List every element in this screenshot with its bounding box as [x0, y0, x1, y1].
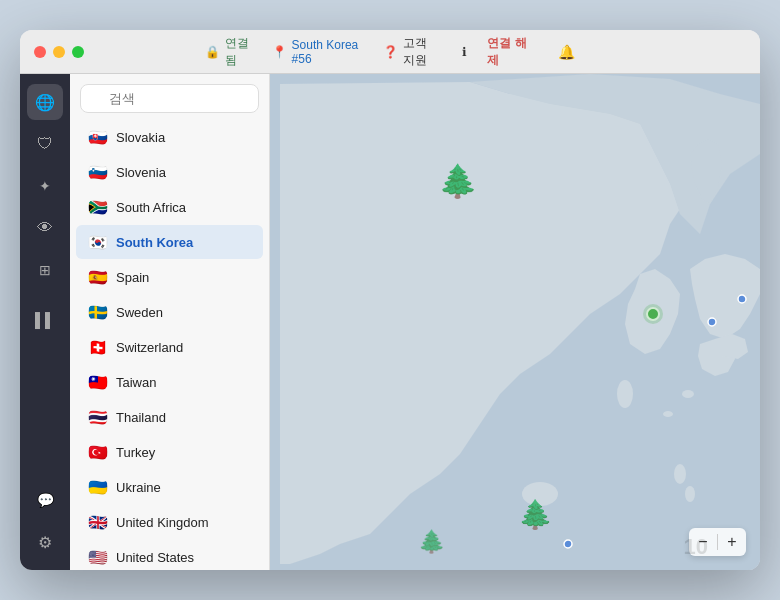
main-content: 🌐 🛡 ✦ 👁 ⊞ ▌▌ 💬 ⚙ — [20, 74, 760, 570]
country-name-ukraine: Ukraine — [116, 480, 161, 495]
svg-point-2 — [663, 411, 673, 417]
flag-united-kingdom: 🇬🇧 — [88, 512, 108, 532]
svg-point-12 — [708, 318, 716, 326]
country-name-slovakia: Slovakia — [116, 130, 165, 145]
sidebar-item-layers[interactable]: ⊞ — [27, 252, 63, 288]
support-icon: ❓ — [383, 45, 398, 59]
country-list: 🔍 🇸🇰 Slovakia 🇸🇮 Slovenia 🇿🇦 South Afric… — [70, 74, 270, 570]
search-input[interactable] — [80, 84, 259, 113]
country-spain[interactable]: 🇪🇸 Spain — [76, 260, 263, 294]
support-link[interactable]: ❓ 고객 지원 — [383, 35, 442, 69]
country-name-south-korea: South Korea — [116, 235, 193, 250]
gear-icon: ⚙ — [38, 533, 52, 552]
eye-icon: 👁 — [37, 219, 53, 237]
flag-turkey: 🇹🇷 — [88, 442, 108, 462]
country-name-sweden: Sweden — [116, 305, 163, 320]
svg-point-13 — [738, 295, 746, 303]
zoom-in-button[interactable]: + — [718, 528, 746, 556]
country-south-korea[interactable]: 🇰🇷 South Korea — [76, 225, 263, 259]
flag-south-africa: 🇿🇦 — [88, 197, 108, 217]
country-turkey[interactable]: 🇹🇷 Turkey — [76, 435, 263, 469]
server-location-icon: 📍 — [272, 45, 287, 59]
chart-icon: ▌▌ — [35, 312, 55, 328]
support-label: 고객 지원 — [403, 35, 442, 69]
country-slovakia[interactable]: 🇸🇰 Slovakia — [76, 120, 263, 154]
country-south-africa[interactable]: 🇿🇦 South Africa — [76, 190, 263, 224]
svg-point-11 — [643, 304, 663, 324]
connection-status: 🔒 연결됨 — [205, 35, 252, 69]
map-svg: 🌲 🌲 🌲 — [270, 74, 760, 570]
traffic-lights — [34, 46, 84, 58]
svg-point-1 — [682, 390, 694, 398]
icon-sidebar: 🌐 🛡 ✦ 👁 ⊞ ▌▌ 💬 ⚙ — [20, 74, 70, 570]
sidebar-item-chat[interactable]: 💬 — [27, 482, 63, 518]
layers-icon: ⊞ — [39, 262, 51, 278]
connected-label: 연결됨 — [225, 35, 252, 69]
notification-bell[interactable]: 🔔 — [558, 44, 575, 60]
search-wrap: 🔍 — [80, 84, 259, 113]
country-name-thailand: Thailand — [116, 410, 166, 425]
sidebar-item-settings[interactable]: ⚙ — [27, 524, 63, 560]
maximize-button[interactable] — [72, 46, 84, 58]
globe-icon: 🌐 — [35, 93, 55, 112]
minimize-button[interactable] — [53, 46, 65, 58]
lock-icon: 🔒 — [205, 45, 220, 59]
sidebar-item-eye[interactable]: 👁 — [27, 210, 63, 246]
flag-slovakia: 🇸🇰 — [88, 127, 108, 147]
app-window: 🔒 연결됨 📍 South Korea #56 ❓ 고객 지원 ℹ 연결 해제 … — [20, 30, 760, 570]
sidebar-item-shield[interactable]: 🛡 — [27, 126, 63, 162]
flag-united-states: 🇺🇸 — [88, 547, 108, 567]
flag-south-korea: 🇰🇷 — [88, 232, 108, 252]
svg-point-14 — [564, 540, 572, 548]
search-bar: 🔍 — [70, 74, 269, 119]
country-name-turkey: Turkey — [116, 445, 155, 460]
country-name-spain: Spain — [116, 270, 149, 285]
country-united-states[interactable]: 🇺🇸 United States — [76, 540, 263, 570]
flag-ukraine: 🇺🇦 — [88, 477, 108, 497]
svg-text:🌲: 🌲 — [438, 162, 478, 200]
country-ukraine[interactable]: 🇺🇦 Ukraine — [76, 470, 263, 504]
info-button[interactable]: ℹ — [462, 45, 467, 59]
map-area: 🌲 🌲 🌲 − + 10 — [270, 74, 760, 570]
flag-taiwan: 🇹🇼 — [88, 372, 108, 392]
flag-sweden: 🇸🇪 — [88, 302, 108, 322]
svg-text:🌲: 🌲 — [418, 528, 446, 555]
country-thailand[interactable]: 🇹🇭 Thailand — [76, 400, 263, 434]
chat-icon: 💬 — [37, 492, 54, 508]
country-name-switzerland: Switzerland — [116, 340, 183, 355]
flag-slovenia: 🇸🇮 — [88, 162, 108, 182]
titlebar-center: 🔒 연결됨 📍 South Korea #56 ❓ 고객 지원 ℹ 연결 해제 … — [205, 35, 575, 69]
svg-text:🌲: 🌲 — [518, 498, 553, 531]
sidebar-item-globe[interactable]: 🌐 — [27, 84, 63, 120]
country-name-taiwan: Taiwan — [116, 375, 156, 390]
server-info[interactable]: 📍 South Korea #56 — [272, 38, 363, 66]
map-watermark: 10 — [684, 534, 708, 560]
country-name-slovenia: Slovenia — [116, 165, 166, 180]
svg-point-5 — [674, 464, 686, 484]
country-scroll[interactable]: 🇸🇰 Slovakia 🇸🇮 Slovenia 🇿🇦 South Africa … — [70, 119, 269, 570]
close-button[interactable] — [34, 46, 46, 58]
country-sweden[interactable]: 🇸🇪 Sweden — [76, 295, 263, 329]
country-united-kingdom[interactable]: 🇬🇧 United Kingdom — [76, 505, 263, 539]
mesh-icon: ✦ — [39, 178, 51, 194]
svg-point-6 — [685, 486, 695, 502]
server-label: South Korea #56 — [292, 38, 363, 66]
country-name-south-africa: South Africa — [116, 200, 186, 215]
svg-point-3 — [617, 380, 633, 408]
flag-switzerland: 🇨🇭 — [88, 337, 108, 357]
flag-spain: 🇪🇸 — [88, 267, 108, 287]
titlebar: 🔒 연결됨 📍 South Korea #56 ❓ 고객 지원 ℹ 연결 해제 … — [20, 30, 760, 74]
country-slovenia[interactable]: 🇸🇮 Slovenia — [76, 155, 263, 189]
country-taiwan[interactable]: 🇹🇼 Taiwan — [76, 365, 263, 399]
shield-icon: 🛡 — [37, 135, 53, 153]
country-name-united-states: United States — [116, 550, 194, 565]
country-name-united-kingdom: United Kingdom — [116, 515, 209, 530]
sidebar-item-chart[interactable]: ▌▌ — [27, 302, 63, 338]
sidebar-item-mesh[interactable]: ✦ — [27, 168, 63, 204]
country-switzerland[interactable]: 🇨🇭 Switzerland — [76, 330, 263, 364]
disconnect-button[interactable]: 연결 해제 — [487, 35, 530, 69]
flag-thailand: 🇹🇭 — [88, 407, 108, 427]
